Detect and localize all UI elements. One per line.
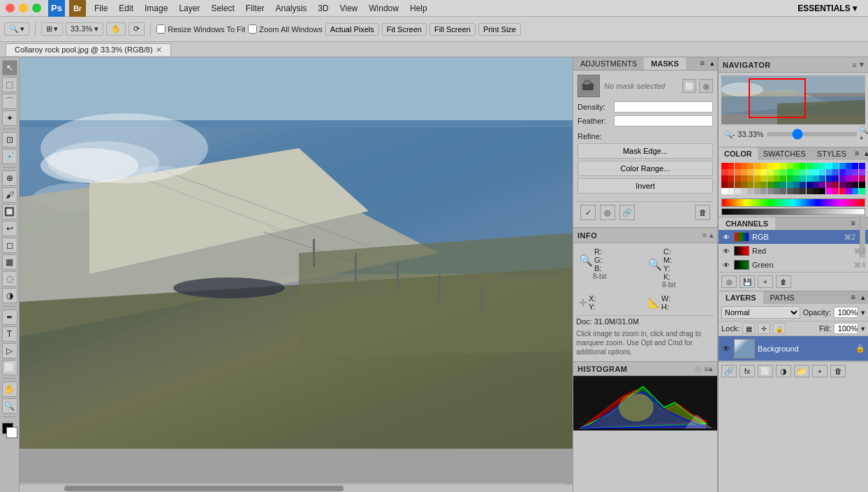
- histogram-warning-icon[interactable]: ⚠: [694, 364, 702, 374]
- resize-windows-input[interactable]: [156, 24, 165, 34]
- channel-row-rgb[interactable]: 👁 RGB ⌘2: [719, 230, 868, 244]
- color-swatch[interactable]: [839, 182, 846, 188]
- color-swatch[interactable]: [846, 188, 852, 194]
- color-swatch[interactable]: [787, 182, 793, 188]
- zoom-all-windows-checkbox[interactable]: Zoom All Windows: [248, 24, 322, 34]
- zoom-tool[interactable]: 🔍 ▾: [4, 22, 29, 36]
- color-swatch[interactable]: [839, 175, 846, 182]
- color-swatch[interactable]: [721, 188, 728, 194]
- view-dropdown[interactable]: ⊞ ▾: [41, 22, 63, 36]
- color-options-icon[interactable]: ≡: [852, 147, 862, 160]
- color-swatch[interactable]: [813, 175, 819, 182]
- color-swatch[interactable]: [859, 188, 865, 194]
- layer-fx-btn[interactable]: fx: [740, 365, 755, 377]
- color-swatch[interactable]: [728, 182, 734, 188]
- color-swatch[interactable]: [754, 169, 760, 175]
- color-swatch[interactable]: [807, 188, 813, 194]
- color-swatch[interactable]: [839, 163, 846, 169]
- color-swatch[interactable]: [760, 163, 767, 169]
- magic-wand-tool[interactable]: ✦: [2, 110, 17, 126]
- channel-row-green[interactable]: 👁 Green ⌘4: [719, 258, 868, 272]
- crop-tool[interactable]: ⊡: [2, 132, 17, 147]
- nav-zoom-in-icon[interactable]: 🔍+: [860, 126, 868, 142]
- channel-rgb-eye[interactable]: 👁: [721, 232, 731, 242]
- opacity-input[interactable]: [834, 307, 858, 318]
- fg-bg-swatches[interactable]: [2, 423, 17, 438]
- menu-layer[interactable]: Layer: [173, 2, 205, 15]
- color-swatch[interactable]: [839, 188, 846, 194]
- blur-tool[interactable]: ◌: [2, 271, 17, 287]
- lock-checkered-btn[interactable]: ▦: [742, 323, 755, 334]
- color-swatch[interactable]: [728, 188, 734, 194]
- color-swatch[interactable]: [721, 163, 728, 169]
- color-swatch[interactable]: [819, 163, 825, 169]
- fill-screen-button[interactable]: Fill Screen: [429, 23, 476, 36]
- color-swatch[interactable]: [741, 182, 747, 188]
- color-swatch[interactable]: [721, 175, 728, 182]
- mask-enable-icon[interactable]: ◎: [600, 205, 615, 220]
- color-swatch[interactable]: [780, 188, 786, 194]
- color-swatch[interactable]: [735, 169, 741, 175]
- ch-delete-btn[interactable]: 🗑: [776, 275, 791, 288]
- color-swatch[interactable]: [721, 169, 728, 175]
- color-swatch[interactable]: [819, 175, 825, 182]
- color-swatch[interactable]: [774, 188, 780, 194]
- color-swatch[interactable]: [826, 175, 832, 182]
- color-collapse-icon[interactable]: ▴: [862, 147, 868, 160]
- path-selection-tool[interactable]: ▷: [2, 343, 17, 359]
- color-swatch[interactable]: [767, 169, 774, 175]
- color-swatch[interactable]: [735, 163, 741, 169]
- panel-collapse-icon[interactable]: ▴: [707, 57, 717, 70]
- color-swatch[interactable]: [767, 163, 774, 169]
- color-swatch[interactable]: [754, 175, 760, 182]
- mask-edge-button[interactable]: Mask Edge...: [578, 143, 713, 159]
- tab-swatches[interactable]: SWATCHES: [758, 147, 811, 160]
- actual-pixels-button[interactable]: Actual Pixels: [325, 23, 379, 36]
- photo-canvas[interactable]: [20, 57, 573, 449]
- layer-eye-icon[interactable]: 👁: [721, 344, 731, 354]
- color-swatch[interactable]: [793, 175, 800, 182]
- menu-view[interactable]: View: [334, 2, 363, 15]
- color-swatch[interactable]: [780, 169, 786, 175]
- color-swatch[interactable]: [793, 169, 800, 175]
- color-swatch[interactable]: [846, 169, 852, 175]
- color-swatch[interactable]: [747, 169, 753, 175]
- color-swatch[interactable]: [826, 182, 832, 188]
- channel-green-eye[interactable]: 👁: [721, 260, 731, 270]
- document-tab-close[interactable]: ✕: [156, 45, 162, 55]
- menu-file[interactable]: File: [89, 2, 113, 15]
- color-swatch[interactable]: [721, 182, 728, 188]
- color-swatch[interactable]: [728, 175, 734, 182]
- color-swatch[interactable]: [735, 182, 741, 188]
- color-swatch[interactable]: [832, 175, 839, 182]
- color-swatch[interactable]: [741, 175, 747, 182]
- gradient-tool[interactable]: ▦: [2, 254, 17, 270]
- color-swatch[interactable]: [832, 188, 839, 194]
- color-swatch[interactable]: [747, 163, 753, 169]
- lock-move-btn[interactable]: ✛: [758, 323, 770, 334]
- histogram-collapse-icon[interactable]: ▴: [709, 364, 713, 373]
- color-swatch[interactable]: [819, 169, 825, 175]
- color-swatch[interactable]: [813, 188, 819, 194]
- history-brush-tool[interactable]: ↩: [2, 221, 17, 236]
- layer-delete-btn[interactable]: 🗑: [830, 365, 846, 377]
- color-swatch[interactable]: [760, 169, 767, 175]
- tab-masks[interactable]: MASKS: [644, 57, 686, 70]
- color-swatch[interactable]: [807, 175, 813, 182]
- eraser-tool[interactable]: ◻: [2, 238, 17, 253]
- color-swatch[interactable]: [774, 169, 780, 175]
- color-swatch[interactable]: [813, 182, 819, 188]
- color-swatch[interactable]: [859, 182, 865, 188]
- dodge-tool[interactable]: ◑: [2, 288, 17, 303]
- gray-spectrum-bar[interactable]: [721, 208, 865, 215]
- color-swatch[interactable]: [741, 163, 747, 169]
- zoom-percent-dropdown[interactable]: 33.3% ▾: [66, 22, 103, 36]
- document-tab[interactable]: Collaroy rock pool.jpg @ 33.3% (RGB/8) ✕: [6, 43, 171, 56]
- layer-new-btn[interactable]: +: [812, 365, 827, 377]
- hand-tool-left[interactable]: ✋: [2, 382, 17, 397]
- color-swatch[interactable]: [852, 175, 858, 182]
- color-swatch[interactable]: [747, 175, 753, 182]
- layer-group-btn[interactable]: 📁: [794, 365, 809, 377]
- tab-channels[interactable]: CHANNELS: [719, 217, 775, 230]
- stamp-tool[interactable]: 🔲: [2, 204, 17, 219]
